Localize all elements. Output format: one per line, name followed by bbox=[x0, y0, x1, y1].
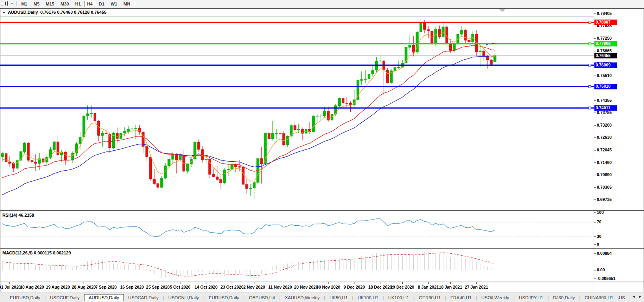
level-line-handle[interactable] bbox=[589, 107, 591, 109]
candle-bull bbox=[368, 74, 370, 79]
macd-bar bbox=[350, 259, 351, 270]
chart-tab-dj30-daily[interactable]: DJ30,Daily bbox=[549, 294, 580, 301]
macd-bar bbox=[365, 256, 366, 270]
rsi-current-value: 46.2158 bbox=[18, 213, 34, 217]
candle-bull bbox=[1, 153, 4, 157]
timeframe-button-m30[interactable]: M30 bbox=[58, 1, 72, 7]
chart-tab-usoil-weekly[interactable]: USOil,Weekly bbox=[477, 294, 513, 301]
candle-bear bbox=[35, 162, 37, 163]
macd-bar bbox=[128, 265, 129, 270]
chart-cursor-icon[interactable] bbox=[4, 1, 10, 6]
macd-bar bbox=[480, 263, 480, 270]
chart-tab-xauusd-weekly[interactable]: XAUUSD,Weekly bbox=[280, 294, 324, 301]
timeframe-button-d1[interactable]: D1 bbox=[96, 1, 107, 7]
timeframe-button-m15[interactable]: M15 bbox=[43, 1, 57, 7]
macd-bar bbox=[13, 264, 14, 270]
chart-tab-fra40-h1[interactable]: FRA40,H1 bbox=[446, 294, 476, 301]
pane-separator-rsi-macd[interactable] bbox=[0, 249, 644, 249]
chart-canvas[interactable]: 0.784050.778350.772500.766650.760800.755… bbox=[0, 0, 644, 302]
tab-scroll-right-button[interactable]: ► bbox=[637, 293, 644, 300]
macd-bar bbox=[447, 255, 447, 270]
timeframe-button-w1[interactable]: W1 bbox=[108, 1, 120, 7]
candle-bear bbox=[346, 103, 348, 103]
candle-bull bbox=[227, 169, 229, 170]
pane-separator-main-rsi[interactable] bbox=[0, 210, 644, 211]
ohlc-close: 0.76455 bbox=[91, 10, 107, 15]
toolbar-dropdown-caret[interactable]: ▼ bbox=[11, 2, 13, 5]
chart-tab-usdjpy-h1[interactable]: USDJPY,H1 bbox=[515, 294, 548, 301]
toolbar-separator bbox=[135, 1, 135, 6]
chart-tab-usdcnh-daily[interactable]: USDCNH,Daily bbox=[164, 294, 203, 301]
macd-bar bbox=[2, 262, 2, 270]
chart-tab-uk100-h1[interactable]: UK100,H1 bbox=[353, 294, 383, 301]
candle-bull bbox=[338, 98, 340, 106]
chart-tab-gbpusd-h4[interactable]: GBPUSD,H4 bbox=[245, 294, 279, 301]
toolbar-grip[interactable] bbox=[1, 1, 3, 6]
macd-bar bbox=[98, 260, 99, 270]
timeframe-button-mn[interactable]: MN bbox=[121, 1, 133, 7]
level-line-handle[interactable] bbox=[589, 64, 591, 66]
candle-bull bbox=[205, 159, 207, 160]
timeframe-button-m5[interactable]: M5 bbox=[31, 1, 42, 7]
candle-bull bbox=[53, 142, 55, 149]
macd-bar bbox=[395, 255, 395, 270]
timeframe-button-h4[interactable]: H4 bbox=[84, 1, 95, 7]
macd-bar bbox=[91, 260, 91, 270]
candle-bear bbox=[94, 113, 96, 121]
date-tick-label: 16 Sep 2020 bbox=[120, 285, 144, 289]
candle-bear bbox=[175, 155, 178, 160]
rsi-scale-label: 70 bbox=[597, 219, 602, 224]
macd-bar bbox=[354, 259, 354, 270]
candle-bear bbox=[197, 142, 200, 149]
candle-bear bbox=[327, 111, 329, 120]
candle-bull bbox=[264, 133, 267, 164]
macd-bar bbox=[450, 257, 451, 270]
chart-tab-hk50-h1[interactable]: HK50,H1 bbox=[325, 294, 352, 301]
timeframe-button-h1[interactable]: H1 bbox=[72, 1, 83, 7]
candle-bear bbox=[294, 125, 296, 130]
chart-tab-usdcad-daily[interactable]: USDCAD,Daily bbox=[124, 294, 163, 301]
chart-tab-usdchf-daily[interactable]: USDCHF,Daily bbox=[46, 294, 84, 301]
price-badge-level-text: 0.77008 bbox=[596, 41, 611, 46]
candle-bull bbox=[397, 67, 400, 68]
macd-bar bbox=[406, 255, 406, 270]
candle-bull bbox=[271, 133, 274, 139]
macd-bar bbox=[476, 262, 477, 270]
chart-tab-ger30-h1[interactable]: GER30,H1 bbox=[414, 294, 445, 301]
macd-bar bbox=[358, 257, 358, 270]
level-line-handle[interactable] bbox=[589, 85, 591, 88]
date-tick-label: 27 Jan 2021 bbox=[465, 285, 488, 289]
candle-bull bbox=[168, 159, 170, 166]
macd-bar bbox=[87, 261, 88, 270]
macd-bar bbox=[328, 260, 328, 270]
candle-bull bbox=[471, 34, 474, 42]
chart-tab-audusd-daily[interactable]: AUDUSD,Daily bbox=[84, 294, 124, 301]
chart-tab-eurusd-daily[interactable]: EURUSD,Daily bbox=[204, 294, 243, 301]
candle-bull bbox=[312, 116, 315, 132]
timeframe-button-m1[interactable]: M1 bbox=[18, 1, 30, 7]
candle-bull bbox=[494, 55, 496, 61]
macd-bar bbox=[173, 270, 173, 276]
macd-bar bbox=[39, 266, 40, 270]
candle-bull bbox=[453, 44, 455, 50]
tab-scroll-left-button[interactable]: ◄ bbox=[630, 293, 637, 300]
chart-tab-overflow[interactable]: US bbox=[619, 295, 625, 300]
date-tick-label: 5 Oct 2020 bbox=[170, 285, 191, 289]
chart-tab-eurusd-daily[interactable]: EURUSD,Daily bbox=[6, 294, 44, 301]
macd-bar bbox=[217, 270, 217, 275]
macd-bar bbox=[28, 264, 28, 270]
candle-bull bbox=[190, 159, 192, 164]
level-line-handle[interactable] bbox=[589, 21, 591, 24]
price-badge-level: 0.77008 bbox=[594, 41, 617, 46]
macd-bar bbox=[402, 256, 403, 270]
chart-title-collapse-icon[interactable]: ▼ bbox=[2, 11, 6, 15]
chart-tab-china300-h1[interactable]: CHINA300,H1 bbox=[580, 294, 618, 301]
level-line-handle[interactable] bbox=[589, 42, 591, 45]
macd-bar bbox=[132, 265, 132, 270]
candle-bull bbox=[320, 116, 322, 116]
date-tick-label: 18 Jan 2021 bbox=[439, 285, 462, 289]
price-tick-label: 0.76665 bbox=[597, 48, 612, 53]
candle-bear bbox=[5, 153, 7, 162]
macd-bar bbox=[199, 270, 199, 272]
chart-tab-uk100-h1[interactable]: UK100,H1 bbox=[384, 294, 413, 301]
